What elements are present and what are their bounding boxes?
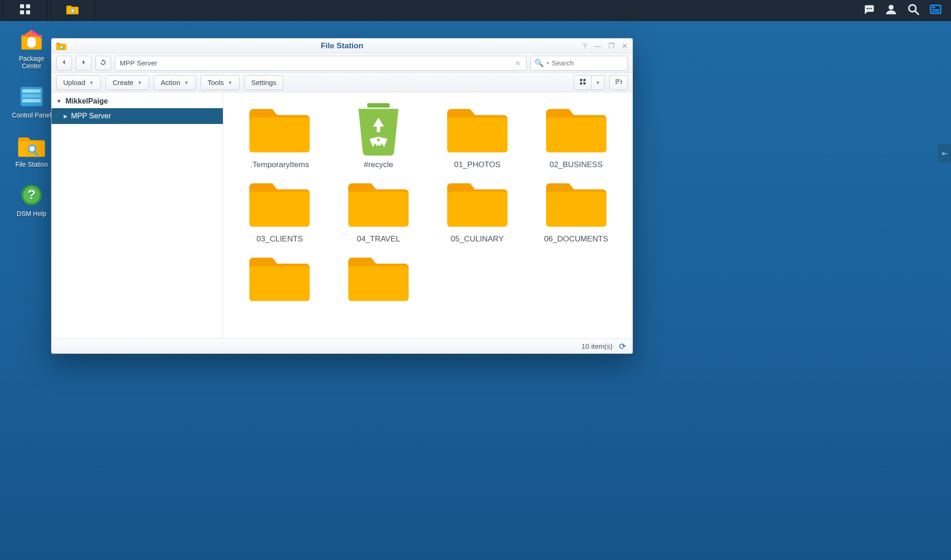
folder-item[interactable]: 06_DOCUMENTS <box>529 174 623 244</box>
folder-item[interactable]: 03_CLIENTS <box>233 174 327 244</box>
window-minimize-button[interactable]: — <box>594 42 601 50</box>
search-dropdown-icon[interactable]: ▾ <box>547 60 549 65</box>
folder-item[interactable]: 02_BUSINESS <box>529 100 623 169</box>
desktop-label: File Station <box>8 161 55 168</box>
folder-icon <box>447 100 508 156</box>
desktop-file-station[interactable]: File Station <box>8 134 55 168</box>
package-icon <box>18 28 45 52</box>
folder-item[interactable]: 04_TRAVEL <box>332 174 426 244</box>
folder-tree: ▼ MikkelPaige ▶ MPP Server <box>52 92 223 339</box>
folder-icon <box>348 174 409 230</box>
user-menu-button[interactable] <box>883 2 899 18</box>
status-reload-button[interactable]: ⟳ <box>619 341 626 352</box>
expand-icon: ▶ <box>64 113 67 119</box>
button-label: Settings <box>251 78 276 86</box>
view-mode-menu-button[interactable]: ▼ <box>592 75 605 90</box>
user-icon <box>885 3 897 17</box>
nav-reload-button[interactable] <box>95 56 111 71</box>
nav-forward-button[interactable] <box>76 56 91 71</box>
tree-root[interactable]: ▼ MikkelPaige <box>52 94 223 108</box>
recycle-icon <box>348 100 409 156</box>
window-titlebar[interactable]: File Station ? — ❐ ✕ <box>52 39 632 53</box>
file-station-icon <box>56 41 66 51</box>
search-icon: 🔍 <box>534 59 544 67</box>
button-label: Upload <box>63 78 85 86</box>
desktop-package-center[interactable]: Package Center <box>8 28 55 70</box>
sort-icon <box>614 78 623 87</box>
folder-item[interactable]: 05_CULINARY <box>430 174 525 244</box>
item-label: 05_CULINARY <box>430 234 525 244</box>
window-help-button[interactable]: ? <box>583 42 586 50</box>
nav-bar: MPP Server ★ 🔍 ▾ <box>52 53 632 73</box>
apps-icon <box>19 3 31 17</box>
tree-item-mpp-server[interactable]: ▶ MPP Server <box>52 108 223 124</box>
folder-icon <box>348 248 409 304</box>
search-input[interactable] <box>552 59 633 67</box>
folder-item[interactable]: .TemporaryItems <box>233 100 327 169</box>
desktop-label: Control Panel <box>8 111 55 119</box>
widget-drawer-handle[interactable]: ⇤ <box>938 144 951 163</box>
item-count: 10 item(s) <box>581 342 612 350</box>
item-label: 04_TRAVEL <box>332 234 426 244</box>
chevron-left-icon <box>61 59 67 67</box>
desktop-dsm-help[interactable]: DSM Help <box>8 183 55 217</box>
content-pane[interactable]: .TemporaryItems#recycle01_PHOTOS02_BUSIN… <box>223 92 632 339</box>
desktop-control-panel[interactable]: Control Panel <box>8 85 55 119</box>
folder-icon <box>249 100 310 156</box>
window-close-button[interactable]: ✕ <box>622 42 628 50</box>
taskbar-file-station[interactable] <box>50 0 95 21</box>
item-label: 01_PHOTOS <box>430 160 525 169</box>
favorite-star-button[interactable]: ★ <box>514 58 521 68</box>
upload-button[interactable]: Upload▼ <box>56 75 101 90</box>
tools-button[interactable]: Tools▼ <box>201 75 240 90</box>
folder-icon <box>546 100 606 156</box>
button-label: Create <box>112 78 133 86</box>
folder-icon <box>249 174 310 230</box>
search-field[interactable]: 🔍 ▾ <box>530 56 628 71</box>
caret-down-icon: ▼ <box>595 80 600 85</box>
widgets-button[interactable] <box>928 2 944 18</box>
recycle-bin-item[interactable]: #recycle <box>332 100 426 169</box>
path-text: MPP Server <box>120 59 157 67</box>
main-menu-button[interactable] <box>3 0 47 21</box>
item-label: 03_CLIENTS <box>233 234 327 244</box>
system-search-button[interactable] <box>905 2 921 18</box>
collapse-icon: ▼ <box>56 98 62 104</box>
nav-back-button[interactable] <box>56 56 72 71</box>
folder-icon <box>249 248 310 304</box>
sort-button[interactable] <box>609 75 628 90</box>
drawer-icon: ⇤ <box>942 149 948 158</box>
folder-item[interactable] <box>332 248 426 309</box>
help-icon <box>18 183 45 207</box>
settings-button[interactable]: Settings <box>244 75 283 90</box>
view-mode-button[interactable] <box>574 75 592 90</box>
item-label: 06_DOCUMENTS <box>529 234 623 244</box>
widget-icon <box>930 3 942 17</box>
reload-icon <box>100 59 106 67</box>
caret-down-icon: ▼ <box>228 80 233 85</box>
file-station-icon <box>18 134 45 158</box>
create-button[interactable]: Create▼ <box>105 75 149 90</box>
window-title: File Station <box>52 41 632 51</box>
toolbar: Upload▼ Create▼ Action▼ Tools▼ Settings … <box>52 73 632 92</box>
window-maximize-button[interactable]: ❐ <box>608 42 614 50</box>
action-button[interactable]: Action▼ <box>154 75 196 90</box>
chat-icon <box>863 3 875 17</box>
folder-icon <box>447 174 508 230</box>
path-field[interactable]: MPP Server ★ <box>115 56 527 71</box>
grid-view-icon <box>579 78 586 87</box>
control-panel-icon <box>18 85 45 109</box>
folder-item[interactable]: 01_PHOTOS <box>430 100 525 169</box>
desktop: Package Center Control Panel File Statio… <box>8 28 55 217</box>
chevron-right-icon <box>80 59 87 67</box>
caret-down-icon: ▼ <box>184 80 189 85</box>
tree-item-label: MPP Server <box>71 112 111 120</box>
search-icon <box>907 3 919 17</box>
notifications-button[interactable] <box>861 2 877 18</box>
item-label: 02_BUSINESS <box>529 160 623 169</box>
folder-icon <box>546 174 606 230</box>
taskbar <box>0 0 951 21</box>
desktop-label: DSM Help <box>8 210 55 217</box>
item-label: .TemporaryItems <box>233 160 327 169</box>
folder-item[interactable] <box>233 248 327 309</box>
